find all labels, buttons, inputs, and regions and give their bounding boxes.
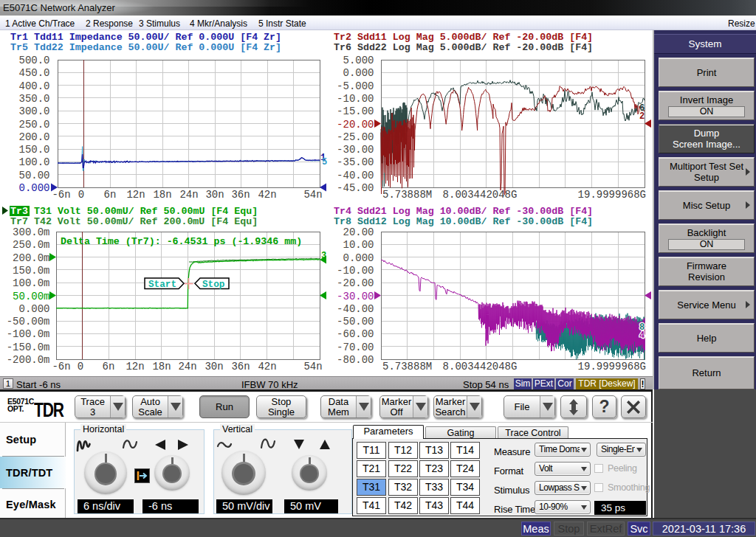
svg-text:3: 3 — [321, 251, 326, 261]
svg-text:-6n: -6n — [52, 361, 70, 373]
svg-text:0.000: 0.000 — [343, 67, 374, 79]
svg-text:54n: 54n — [303, 189, 322, 201]
svg-text:42n: 42n — [258, 189, 276, 201]
svg-text:-10.00: -10.00 — [337, 93, 374, 105]
svg-text:-40.00: -40.00 — [337, 170, 374, 181]
svg-text:Start: Start — [148, 279, 176, 290]
svg-text:-20.00: -20.00 — [337, 119, 374, 131]
svg-text:100.0: 100.0 — [18, 156, 49, 168]
svg-text:250.0m: 250.0m — [13, 239, 49, 251]
svg-text:-6n: -6n — [52, 189, 70, 201]
svg-text:-30.00: -30.00 — [337, 291, 374, 302]
svg-text:54n: 54n — [303, 361, 322, 373]
svg-text:150.0m: 150.0m — [13, 265, 49, 277]
svg-text:300.0m: 300.0m — [13, 226, 49, 238]
svg-text:350.0: 350.0 — [18, 93, 49, 105]
svg-text:Tr1 Tdd11 Impedance 50.00U/ Re: Tr1 Tdd11 Impedance 50.00U/ Ref 0.000U [… — [10, 32, 281, 43]
svg-text:36n: 36n — [231, 361, 250, 373]
svg-text:-35.00: -35.00 — [337, 156, 374, 168]
svg-text:6n: 6n — [103, 361, 115, 373]
svg-text:Stop: Stop — [202, 279, 225, 290]
svg-text:-45.00: -45.00 — [337, 182, 374, 194]
svg-text:4: 4 — [639, 330, 645, 341]
svg-text:Tr4 Sdd21 Log Mag 10.00dB/ Ref: Tr4 Sdd21 Log Mag 10.00dB/ Ref -30.00dB … — [334, 206, 593, 217]
svg-text:-80.00: -80.00 — [337, 354, 374, 366]
svg-text:24n: 24n — [179, 189, 198, 201]
svg-text:24n: 24n — [178, 361, 196, 373]
svg-text:300.0: 300.0 — [18, 105, 49, 117]
svg-text:10.00: 10.00 — [343, 239, 374, 251]
svg-text:-70.00: -70.00 — [337, 342, 374, 353]
svg-text:450.0: 450.0 — [18, 67, 49, 79]
svg-text:12n: 12n — [126, 189, 145, 201]
svg-text:400.0: 400.0 — [18, 80, 49, 92]
svg-text:Tr3: Tr3 — [10, 206, 28, 217]
svg-text:50.00m: 50.00m — [13, 291, 49, 302]
svg-text:-100.0m: -100.0m — [7, 328, 50, 340]
svg-text:200.0m: 200.0m — [13, 252, 49, 264]
svg-text:Tr7 T42 Volt 50.00mU/ Ref 200.: Tr7 T42 Volt 50.00mU/ Ref 200.0mU [F4 Eq… — [10, 216, 258, 227]
svg-text:T31 Volt 50.00mU/ Ref 50.00mU: T31 Volt 50.00mU/ Ref 50.00mU [F4 Equ] — [34, 206, 258, 217]
svg-text:-30.00: -30.00 — [337, 144, 374, 156]
svg-text:500.0: 500.0 — [18, 55, 49, 66]
svg-text:-5.000: -5.000 — [337, 80, 374, 92]
svg-text:-200.0m: -200.0m — [7, 354, 50, 366]
svg-text:5: 5 — [322, 157, 327, 167]
svg-text:36n: 36n — [231, 189, 250, 201]
svg-text:Tr5 Tdd22 Impedance 50.00U/ Re: Tr5 Tdd22 Impedance 50.00U/ Ref 0.000U [… — [10, 42, 281, 53]
svg-text:0.000: 0.000 — [18, 303, 49, 315]
svg-text:20.00: 20.00 — [343, 226, 374, 238]
svg-text:5.000: 5.000 — [343, 55, 374, 66]
svg-text:30n: 30n — [205, 189, 224, 201]
svg-text:-25.00: -25.00 — [337, 131, 374, 143]
svg-text:18n: 18n — [152, 361, 171, 373]
svg-text:0.000: 0.000 — [343, 252, 374, 264]
svg-text:42n: 42n — [258, 361, 276, 373]
svg-text:30n: 30n — [205, 361, 223, 373]
svg-text:8.003442048G: 8.003442048G — [443, 361, 518, 373]
svg-text:8.003442048G: 8.003442048G — [443, 189, 518, 201]
svg-text:-150.0m: -150.0m — [7, 342, 50, 353]
svg-text:19.9999968G: 19.9999968G — [578, 361, 646, 373]
svg-text:18n: 18n — [153, 189, 171, 201]
svg-text:0: 0 — [78, 361, 83, 373]
svg-text:2: 2 — [639, 111, 645, 122]
svg-text:-15.00: -15.00 — [337, 105, 374, 117]
svg-text:Tr6 Sdd22 Log Mag 5.000dB/ Ref: Tr6 Sdd22 Log Mag 5.000dB/ Ref -20.00dB … — [334, 42, 593, 53]
svg-text:-50.00m: -50.00m — [7, 316, 50, 328]
svg-text:-60.00: -60.00 — [337, 328, 374, 340]
svg-text:6n: 6n — [104, 189, 117, 201]
svg-text:Tr8 Sdd12 Log Mag 10.00dB/ Ref: Tr8 Sdd12 Log Mag 10.00dB/ Ref -30.00dB … — [334, 216, 593, 227]
svg-text:19.9999968G: 19.9999968G — [578, 189, 646, 201]
svg-text:12n: 12n — [126, 361, 144, 373]
svg-text:-40.00: -40.00 — [337, 303, 374, 315]
svg-text:0.000: 0.000 — [18, 182, 49, 194]
svg-text:50.00: 50.00 — [18, 170, 49, 181]
svg-text:-10.00: -10.00 — [337, 265, 374, 277]
svg-text:100.0m: 100.0m — [13, 277, 49, 289]
svg-text:Tr2 Sdd11 Log Mag 5.000dB/ Ref: Tr2 Sdd11 Log Mag 5.000dB/ Ref -20.00dB … — [334, 32, 593, 43]
svg-text:200.0: 200.0 — [18, 131, 49, 143]
svg-text:5.73888M: 5.73888M — [382, 189, 432, 201]
svg-text:-20.00: -20.00 — [337, 277, 374, 289]
svg-text:250.0: 250.0 — [18, 119, 49, 131]
svg-text:0: 0 — [78, 189, 84, 201]
svg-text:Delta Time (Tr7): -6.4531 ps (: Delta Time (Tr7): -6.4531 ps (-1.9346 mm… — [61, 236, 302, 247]
svg-text:5.73888M: 5.73888M — [382, 361, 432, 373]
svg-text:-50.00: -50.00 — [337, 316, 374, 328]
svg-text:150.0: 150.0 — [18, 144, 49, 156]
